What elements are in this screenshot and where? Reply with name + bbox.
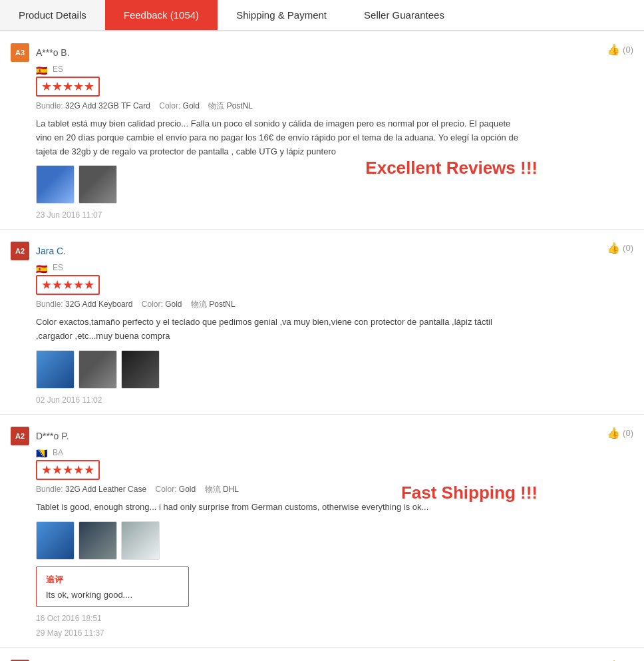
star: ★ (63, 278, 73, 292)
bundle-info: Bundle: 32G Add 32GB TF Card Color: Gold… (36, 101, 633, 112)
country-code: ES (53, 263, 63, 272)
flag-country: 🇧🇦 BA (36, 448, 633, 457)
tab-shipping[interactable]: Shipping & Payment (218, 0, 345, 30)
review-image[interactable] (36, 165, 75, 204)
star: ★ (52, 463, 63, 477)
reviewer-name: Jara C. (36, 246, 66, 256)
star: ★ (52, 278, 63, 292)
country-code: BA (53, 448, 63, 457)
like-number: (0) (623, 428, 633, 438)
star: ★ (73, 463, 84, 477)
flag-country: 🇪🇸 ES (36, 263, 633, 272)
star: ★ (41, 463, 52, 477)
color-value: Gold (179, 485, 196, 494)
color-value: Gold (183, 101, 200, 110)
review-header: A2 Jara C. 👍 (0) (11, 242, 633, 260)
star: ★ (63, 463, 73, 477)
review-date: 23 Jun 2016 11:07 (36, 210, 633, 220)
review-header: A3 A***o B. 👍 (0) (11, 43, 633, 62)
star: ★ (63, 79, 73, 94)
followup-label: 追评 (46, 574, 179, 586)
like-count[interactable]: 👍 (0) (607, 427, 633, 439)
reviewer-left: A2 Jara C. (11, 242, 66, 260)
star: ★ (84, 79, 94, 94)
country-code: ES (53, 65, 63, 74)
shipping-label: 物流 (191, 300, 207, 309)
bundle-label: Bundle: (36, 485, 63, 494)
country-flag: 🇪🇸 (36, 65, 49, 74)
tab-seller[interactable]: Seller Guarantees (345, 0, 463, 30)
review-image[interactable] (121, 521, 160, 560)
review-images (36, 350, 633, 389)
review-text: La tablet está muy bien calidad precio..… (36, 117, 522, 158)
star: ★ (73, 278, 84, 292)
like-icon: 👍 (607, 427, 620, 439)
reviewer-avatar: A3 (11, 43, 29, 62)
country-flag: 🇪🇸 (36, 264, 49, 272)
tab-feedback[interactable]: Feedback (1054) (105, 0, 218, 30)
bundle-info: Bundle: 32G Add Leather Case Color: Gold… (36, 484, 633, 495)
like-icon: 👍 (607, 43, 620, 56)
reviewer-avatar: A2 (11, 242, 29, 260)
review-header: A2 D***o P. 👍 (0) (11, 427, 633, 445)
star: ★ (73, 79, 84, 94)
tab-product-details[interactable]: Product Details (0, 0, 105, 30)
review-image[interactable] (36, 521, 75, 560)
star: ★ (84, 463, 94, 477)
like-count[interactable]: 👍 (0) (607, 43, 633, 56)
color-value: Gold (165, 300, 182, 309)
review-date: 29 May 2016 11:37 (36, 628, 633, 638)
followup-text: Its ok, working good.... (46, 590, 179, 600)
bundle-label: Bundle: (36, 300, 63, 309)
review-image[interactable] (79, 350, 117, 389)
shipping-value: PostNL (209, 300, 235, 309)
flag-country: 🇪🇸 ES (36, 65, 633, 74)
shipping-value: PostNL (227, 101, 253, 110)
bundle-value: 32G Add 32GB TF Card (65, 101, 150, 110)
shipping-label: 物流 (208, 101, 224, 110)
review-item: A3 A***o B. 👍 (0) 🇪🇸 ES ★★★★★ Bundle: 32… (0, 31, 644, 230)
color-label: Color: (142, 300, 163, 309)
review-images (36, 165, 633, 204)
reviewer-left: A2 D***o P. (11, 427, 69, 445)
color-label: Color: (155, 485, 176, 494)
reviews-container: A3 A***o B. 👍 (0) 🇪🇸 ES ★★★★★ Bundle: 32… (0, 31, 644, 661)
review-item: A2 D***o P. 👍 (0) 🇧🇦 BA ★★★★★ Bundle: 32… (0, 415, 644, 648)
reviewer-avatar: A2 (11, 427, 29, 445)
review-text: Color exactos,tamaño perfecto y el tecla… (36, 316, 522, 343)
followup-date: 16 Oct 2016 18:51 (36, 614, 633, 623)
like-number: (0) (623, 45, 633, 55)
review-item: A2 Jara C. 👍 (0) 🇪🇸 ES ★★★★★ Bundle: 32G… (0, 230, 644, 415)
shipping-value: DHL (223, 485, 239, 494)
star: ★ (41, 278, 52, 292)
star: ★ (41, 79, 52, 94)
followup-box: 追评 Its ok, working good.... (36, 566, 189, 607)
reviewer-name: A***o B. (36, 47, 70, 58)
star-rating: ★★★★★ (36, 275, 100, 295)
review-image[interactable] (79, 521, 117, 560)
reviewer-name: D***o P. (36, 431, 69, 441)
review-image[interactable] (121, 350, 160, 389)
review-date: 02 Jun 2016 11:02 (36, 395, 633, 405)
bundle-value: 32G Add Keyboard (65, 300, 132, 309)
star: ★ (52, 79, 63, 94)
shipping-label: 物流 (205, 485, 221, 494)
like-number: (0) (623, 243, 633, 253)
like-count[interactable]: 👍 (0) (607, 242, 633, 254)
reviewer-left: A3 A***o B. (11, 43, 70, 62)
bundle-value: 32G Add Leather Case (65, 485, 146, 494)
review-images (36, 521, 633, 560)
like-icon: 👍 (607, 242, 620, 254)
star-rating: ★★★★★ (36, 77, 100, 97)
review-text: Tablet is good, enough strong... i had o… (36, 501, 522, 515)
country-flag: 🇧🇦 (36, 448, 49, 457)
star-rating: ★★★★★ (36, 460, 100, 480)
bundle-info: Bundle: 32G Add Keyboard Color: Gold 物流 … (36, 299, 633, 310)
review-image[interactable] (79, 165, 117, 204)
star: ★ (84, 278, 94, 292)
color-label: Color: (159, 101, 180, 110)
review-image[interactable] (36, 350, 75, 389)
review-item: A2 Sophana H. 👍 (1) 🇫🇷 FR ★★★★★ Bundle: … (0, 648, 644, 661)
tab-bar: Product DetailsFeedback (1054)Shipping &… (0, 0, 644, 31)
bundle-label: Bundle: (36, 101, 63, 110)
